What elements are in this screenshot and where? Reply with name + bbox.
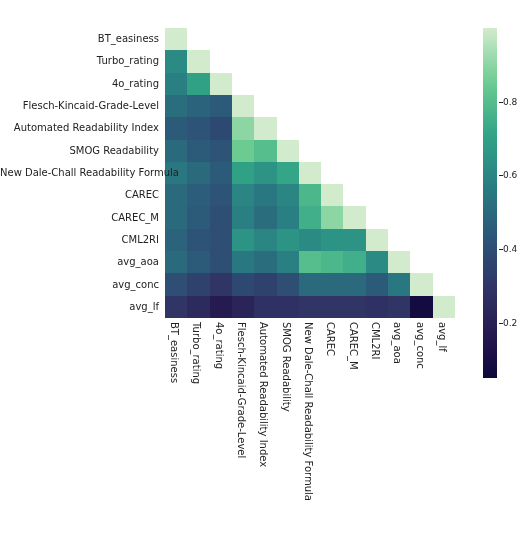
heatmap-cell [299, 229, 321, 251]
heatmap-cell [210, 95, 232, 117]
y-tick-label: avg_aoa [0, 256, 159, 267]
heatmap-cell [232, 95, 254, 117]
heatmap-cell [165, 296, 187, 318]
heatmap-cell [299, 206, 321, 228]
heatmap-cell [277, 229, 299, 251]
heatmap-cell [187, 117, 209, 139]
heatmap-cell [366, 296, 388, 318]
heatmap-cell [210, 162, 232, 184]
heatmap-cell [165, 73, 187, 95]
y-tick-label: New Dale-Chall Readability Formula [0, 167, 159, 178]
heatmap-cell [232, 273, 254, 295]
heatmap-cell [210, 184, 232, 206]
heatmap-cell [277, 273, 299, 295]
heatmap-cell [210, 140, 232, 162]
heatmap-cell [254, 251, 276, 273]
heatmap-cell [187, 50, 209, 72]
heatmap-cell [210, 273, 232, 295]
heatmap-cell [232, 229, 254, 251]
x-tick-label: New Dale-Chall Readability Formula [303, 322, 314, 501]
x-tick-label: avg_conc [415, 322, 426, 369]
heatmap-cell [165, 229, 187, 251]
heatmap-cell [165, 273, 187, 295]
heatmap-cell [187, 162, 209, 184]
heatmap-cell [232, 296, 254, 318]
colorbar-tick: 0.8 [503, 97, 517, 107]
heatmap-cell [254, 229, 276, 251]
heatmap-cell [187, 251, 209, 273]
x-tick-label: CAREC [325, 322, 336, 356]
x-tick-label: 4o_rating [214, 322, 225, 369]
heatmap-cell [187, 184, 209, 206]
heatmap-cell [366, 229, 388, 251]
y-tick-label: CAREC [0, 189, 159, 200]
heatmap-cell [254, 206, 276, 228]
heatmap-cell [232, 162, 254, 184]
heatmap-cell [299, 296, 321, 318]
heatmap-cell [343, 251, 365, 273]
heatmap-cell [299, 184, 321, 206]
heatmap-cell [210, 251, 232, 273]
y-tick-label: BT_easiness [0, 33, 159, 44]
heatmap-cell [343, 296, 365, 318]
heatmap-cell [232, 206, 254, 228]
y-tick-label: Flesch-Kincaid-Grade-Level [0, 100, 159, 111]
heatmap-cell [366, 273, 388, 295]
heatmap-cell [254, 140, 276, 162]
heatmap-cell [277, 206, 299, 228]
heatmap-cell [321, 206, 343, 228]
heatmap-cell [321, 184, 343, 206]
heatmap-cell [433, 296, 455, 318]
y-tick-label: 4o_rating [0, 78, 159, 89]
heatmap-cell [277, 184, 299, 206]
colorbar-tick: 0.6 [503, 170, 517, 180]
heatmap-cell [165, 95, 187, 117]
heatmap-cell [165, 140, 187, 162]
x-tick-label: CAREC_M [348, 322, 359, 370]
y-tick-label: CML2RI [0, 234, 159, 245]
y-tick-label: avg_lf [0, 301, 159, 312]
heatmap-cell [410, 273, 432, 295]
heatmap-cell [187, 73, 209, 95]
x-tick-label: Flesch-Kincaid-Grade-Level [236, 322, 247, 458]
heatmap-cell [410, 296, 432, 318]
heatmap-cell [210, 229, 232, 251]
y-tick-label: SMOG Readability [0, 145, 159, 156]
heatmap-cell [277, 296, 299, 318]
heatmap-cell [321, 273, 343, 295]
heatmap-cell [187, 229, 209, 251]
heatmap-cell [254, 296, 276, 318]
x-tick-label: avg_lf [437, 322, 448, 352]
x-tick-label: avg_aoa [392, 322, 403, 364]
heatmap-cell [165, 28, 187, 50]
x-tick-label: SMOG Readability [281, 322, 292, 412]
y-tick-label: Turbo_rating [0, 55, 159, 66]
heatmap-cell [232, 251, 254, 273]
heatmap-cell [277, 162, 299, 184]
y-tick-label: CAREC_M [0, 212, 159, 223]
y-tick-label: Automated Readability Index [0, 122, 159, 133]
heatmap-cell [187, 95, 209, 117]
x-tick-label: CML2RI [370, 322, 381, 359]
heatmap-cell [366, 251, 388, 273]
colorbar [483, 28, 497, 378]
x-tick-label: BT_easiness [169, 322, 180, 383]
heatmap-cell [187, 296, 209, 318]
heatmap-cell [165, 117, 187, 139]
heatmap-cell [388, 273, 410, 295]
heatmap-cell [232, 140, 254, 162]
colorbar-tick: 0.2 [503, 318, 517, 328]
heatmap-cell [388, 296, 410, 318]
heatmap-cell [388, 251, 410, 273]
heatmap-cell [165, 50, 187, 72]
heatmap-cell [165, 184, 187, 206]
heatmap-cell [321, 296, 343, 318]
heatmap-cell [210, 296, 232, 318]
heatmap-cell [187, 140, 209, 162]
heatmap-cell [165, 206, 187, 228]
heatmap-cell [232, 184, 254, 206]
correlation-heatmap [165, 28, 455, 318]
heatmap-cell [210, 73, 232, 95]
heatmap-cell [254, 117, 276, 139]
heatmap-cell [321, 229, 343, 251]
